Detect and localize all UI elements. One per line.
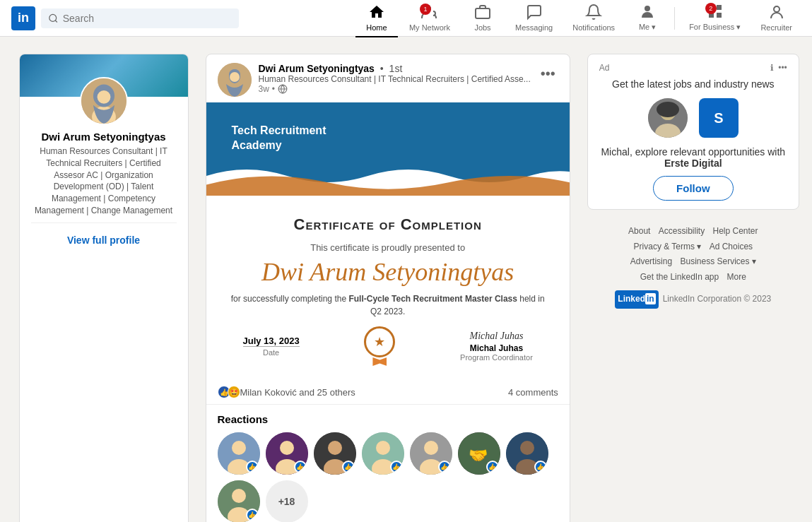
reaction-person-4[interactable]: 👍	[362, 432, 404, 475]
svg-rect-8	[717, 13, 722, 18]
cert-footer: July 13, 2023 Date ★ Michal Juhas Michal…	[229, 326, 547, 366]
search-icon	[48, 13, 59, 24]
view-full-profile-link[interactable]: View full profile	[31, 229, 177, 251]
like-badge-3: 👍	[342, 461, 355, 473]
cert-date: July 13, 2023 Date	[243, 336, 300, 357]
cert-main-title: Certificate of Completion	[229, 215, 547, 234]
like-badge-4: 👍	[390, 461, 403, 473]
linkedin-logo[interactable]: in	[11, 6, 35, 30]
svg-line-1	[55, 20, 57, 22]
search-input[interactable]	[63, 13, 232, 24]
reaction-person-7[interactable]: 👍	[506, 432, 548, 475]
main-feed: Dwi Arum Setyoningtyas • 1st Human Resou…	[206, 54, 570, 522]
reaction-person-5[interactable]: 👍	[410, 432, 452, 475]
post-author-info: Dwi Arum Setyoningtyas • 1st Human Resou…	[259, 63, 531, 94]
search-bar[interactable]	[41, 8, 239, 28]
footer-more[interactable]: More	[727, 272, 746, 282]
certificate-image: Tech Recruitment Academy Certificate of …	[206, 102, 570, 380]
nav-label-network: My Network	[409, 23, 450, 32]
svg-point-32	[376, 441, 390, 455]
page-layout: Dwi Arum Setyoningtyas Human Resources C…	[8, 37, 805, 522]
svg-point-0	[49, 14, 57, 21]
globe-icon	[278, 84, 288, 94]
nav-label-jobs: Jobs	[474, 23, 490, 32]
footer-get-app[interactable]: Get the LinkedIn app	[640, 272, 719, 282]
nav-items: Home 1 My Network Jobs Messaging	[355, 0, 801, 37]
like-badge-6: 👍	[486, 461, 499, 473]
ad-description: Get the latest jobs and industry news	[599, 78, 787, 90]
post-menu-button[interactable]: •••	[538, 63, 558, 85]
reaction-person-6[interactable]: 🤝 👍	[458, 432, 500, 475]
ad-info-icon: ℹ	[770, 63, 774, 73]
reaction-avatars-row: 👍 👍 👍 👍	[218, 432, 558, 522]
reactions-info: 👍 🤩 Milan Koković and 25 others	[218, 386, 355, 398]
profile-avatar-wrap	[20, 77, 188, 125]
nav-item-for-business[interactable]: 2 For Business ▾	[681, 0, 749, 37]
footer-accessibility[interactable]: Accessibility	[659, 226, 705, 236]
like-badge-7: 👍	[534, 461, 547, 473]
profile-info: Dwi Arum Setyoningtyas Human Resources C…	[20, 125, 188, 263]
footer-business-services[interactable]: Business Services ▾	[680, 256, 755, 266]
reaction-person-1[interactable]: 👍	[218, 432, 260, 475]
ad-menu-icon[interactable]: •••	[778, 63, 787, 73]
like-badge-2: 👍	[294, 461, 307, 473]
avatar	[80, 77, 128, 125]
svg-point-26	[280, 441, 294, 455]
cert-description: for successfully completing the Full-Cyc…	[229, 292, 547, 318]
svg-point-9	[774, 6, 779, 12]
reactions-section: Reactions 👍 👍 👍	[206, 405, 570, 522]
footer-help-center[interactable]: Help Center	[713, 226, 758, 236]
cert-presented-to: This certificate is proudly presented to	[229, 242, 547, 253]
footer-ad-choices[interactable]: Ad Choices	[710, 242, 753, 251]
footer-about[interactable]: About	[628, 226, 650, 236]
cert-brand-text: Tech Recruitment Academy	[232, 124, 326, 153]
nav-item-recruiter[interactable]: Recruiter	[752, 0, 801, 37]
post-meta: 3w •	[259, 84, 531, 94]
network-badge: 1	[420, 4, 431, 15]
nav-label-notifications: Notifications	[572, 23, 615, 32]
svg-point-29	[328, 441, 342, 455]
comments-count[interactable]: 4 comments	[508, 387, 558, 398]
svg-rect-54	[657, 102, 679, 117]
nav-label-recruiter: Recruiter	[760, 23, 792, 32]
reaction-person-8[interactable]: 👍	[218, 480, 260, 522]
nav-item-me[interactable]: Me ▾	[626, 0, 669, 37]
footer-advertising[interactable]: Advertising	[630, 256, 672, 266]
right-sidebar: Ad ℹ ••• Get the latest jobs and industr…	[587, 54, 799, 522]
post-author-name[interactable]: Dwi Arum Setyoningtyas • 1st	[259, 63, 531, 74]
svg-rect-3	[476, 8, 490, 18]
nav-item-home[interactable]: Home	[355, 0, 398, 37]
nav-item-messaging[interactable]: Messaging	[507, 0, 561, 37]
cert-recipient-name: Dwi Arum Setyoningtyas	[229, 257, 547, 287]
svg-rect-6	[717, 5, 722, 10]
like-badge-5: 👍	[438, 461, 451, 473]
reaction-person-2[interactable]: 👍	[266, 432, 308, 475]
profile-name: Dwi Arum Setyoningtyas	[31, 131, 177, 143]
svg-point-15	[97, 90, 110, 104]
ad-company-logo: S	[699, 98, 739, 138]
nav-item-notifications[interactable]: Notifications	[564, 0, 623, 37]
nav-label-business: For Business ▾	[689, 23, 741, 32]
svg-point-35	[424, 441, 438, 455]
linkedin-footer: Linkedin LinkedIn Corporation © 2023	[587, 290, 799, 309]
cert-wave-svg	[206, 159, 570, 201]
more-reactions-button[interactable]: +18	[266, 480, 308, 522]
footer-privacy-terms[interactable]: Privacy & Terms ▾	[634, 242, 702, 251]
cert-medal: ★	[364, 326, 395, 366]
cert-title-section: Certificate of Completion	[229, 215, 547, 234]
post-author-title: Human Resources Consultant | IT Technica…	[259, 74, 531, 84]
nav-item-network[interactable]: 1 My Network	[401, 0, 459, 37]
follow-button[interactable]: Follow	[653, 176, 734, 201]
ad-person-photo	[648, 98, 688, 138]
svg-point-43	[232, 489, 246, 503]
post-author-avatar[interactable]	[218, 63, 252, 97]
nav-item-jobs[interactable]: Jobs	[461, 0, 504, 37]
cert-header: Tech Recruitment Academy	[206, 102, 570, 201]
ad-header: Ad ℹ •••	[599, 63, 787, 73]
reaction-person-3[interactable]: 👍	[314, 432, 356, 475]
reaction-avatar-thumbs: 👍 🤩	[218, 386, 237, 398]
copyright-text: LinkedIn Corporation © 2023	[663, 292, 772, 307]
svg-point-23	[232, 441, 246, 455]
ad-card: Ad ℹ ••• Get the latest jobs and industr…	[587, 54, 799, 210]
navbar: in Home 1 My Network Jobs	[0, 0, 812, 37]
